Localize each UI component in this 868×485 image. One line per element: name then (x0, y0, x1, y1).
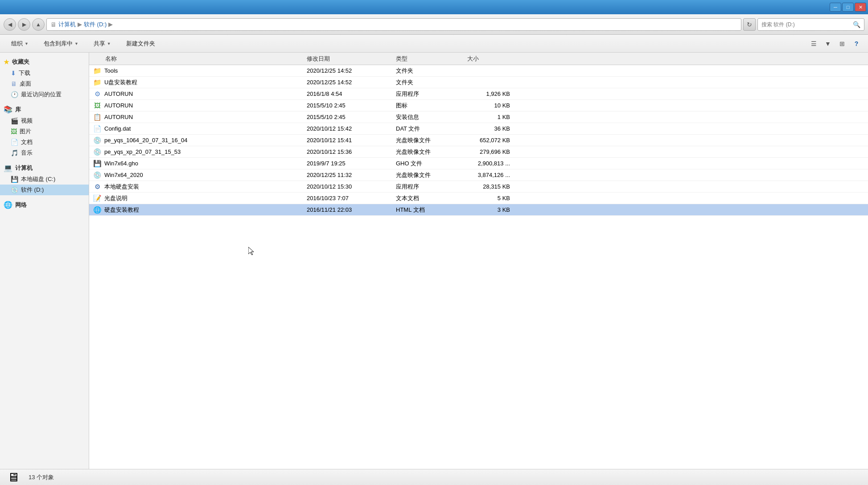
file-size-cell: 3 KB (464, 206, 517, 213)
file-area: 名称 修改日期 类型 大小 📁 Tools 2020/12/25 14:52 文… (89, 53, 868, 469)
file-date-cell: 2020/12/25 14:52 (303, 79, 392, 86)
file-icon: 📋 (93, 113, 102, 122)
col-size-header[interactable]: 大小 (464, 55, 517, 63)
sidebar-item-download[interactable]: ⬇ 下载 (0, 68, 89, 78)
sidebar-item-drive-d[interactable]: 💿 软件 (D:) (0, 185, 89, 195)
file-name: Win7x64.gho (104, 160, 138, 167)
col-size-label: 大小 (467, 55, 479, 62)
file-type-cell: 光盘映像文件 (392, 136, 464, 144)
breadcrumb-drive[interactable]: 软件 (D:) (84, 21, 107, 29)
up-button[interactable]: ▲ (32, 18, 45, 31)
music-icon: 🎵 (11, 149, 18, 156)
toolbar-right: ☰ ▼ ⊞ ? (807, 37, 863, 50)
table-row[interactable]: 🖼 AUTORUN 2015/5/10 2:45 图标 10 KB (89, 100, 868, 111)
computer-header[interactable]: 💻 计算机 (0, 162, 89, 174)
main-area: ★ 收藏夹 ⬇ 下载 🖥 桌面 🕐 最近访问的位置 📚 库 🎬 (0, 53, 868, 469)
table-row[interactable]: 💿 pe_yqs_xp_20_07_31_15_53 2020/10/12 15… (89, 146, 868, 158)
file-date-cell: 2019/9/7 19:25 (303, 160, 392, 167)
table-row[interactable]: ⚙ 本地硬盘安装 2020/10/12 15:30 应用程序 28,315 KB (89, 181, 868, 193)
col-name-header[interactable]: 名称 (89, 55, 303, 63)
sidebar-item-drive-c[interactable]: 💾 本地磁盘 (C:) (0, 174, 89, 185)
col-date-header[interactable]: 修改日期 (303, 55, 392, 63)
table-row[interactable]: 📝 光盘说明 2016/10/23 7:07 文本文档 5 KB (89, 193, 868, 204)
layout-button[interactable]: ⊞ (836, 37, 848, 50)
sidebar-item-doc[interactable]: 📄 文档 (0, 137, 89, 148)
help-icon: ? (855, 40, 859, 47)
file-type-cell: GHO 文件 (392, 160, 464, 168)
file-type-cell: 光盘映像文件 (392, 171, 464, 179)
desktop-label: 桌面 (20, 80, 31, 88)
sidebar-item-image[interactable]: 🖼 图片 (0, 126, 89, 137)
desktop-icon: 🖥 (11, 80, 17, 87)
file-name-cell: 📄 Config.dat (89, 124, 303, 133)
favorites-header[interactable]: ★ 收藏夹 (0, 56, 89, 68)
sidebar-item-video[interactable]: 🎬 视频 (0, 115, 89, 126)
file-date-cell: 2020/12/25 11:32 (303, 172, 392, 178)
table-row[interactable]: 🌐 硬盘安装教程 2016/11/21 22:03 HTML 文档 3 KB (89, 204, 868, 216)
table-row[interactable]: 💾 Win7x64.gho 2019/9/7 19:25 GHO 文件 2,90… (89, 158, 868, 169)
file-name-cell: 🌐 硬盘安装教程 (89, 206, 303, 214)
network-header[interactable]: 🌐 网络 (0, 199, 89, 211)
new-folder-button[interactable]: 新建文件夹 (120, 37, 161, 50)
column-header: 名称 修改日期 类型 大小 (89, 53, 868, 65)
refresh-button[interactable]: ↻ (743, 18, 756, 31)
sidebar-item-recent[interactable]: 🕐 最近访问的位置 (0, 89, 89, 100)
maximize-button[interactable]: □ (842, 3, 854, 12)
download-icon: ⬇ (11, 70, 16, 77)
file-date-cell: 2016/1/8 4:54 (303, 90, 392, 97)
file-type-cell: 图标 (392, 102, 464, 110)
status-count: 13 个对象 (29, 473, 54, 481)
sidebar-item-music[interactable]: 🎵 音乐 (0, 148, 89, 158)
file-size-cell: 3,874,126 ... (464, 172, 517, 178)
breadcrumb-computer[interactable]: 计算机 (58, 21, 76, 29)
file-type-cell: 文件夹 (392, 67, 464, 75)
back-button[interactable]: ◀ (4, 18, 16, 31)
favorites-label: 收藏夹 (12, 58, 29, 66)
table-row[interactable]: 💿 Win7x64_2020 2020/12/25 11:32 光盘映像文件 3… (89, 169, 868, 181)
sidebar-item-desktop[interactable]: 🖥 桌面 (0, 78, 89, 89)
library-section: 📚 库 🎬 视频 🖼 图片 📄 文档 🎵 音乐 (0, 103, 89, 158)
organize-button[interactable]: 组织 ▼ (5, 37, 34, 50)
file-name-cell: 📝 光盘说明 (89, 194, 303, 203)
search-bar[interactable]: 🔍 (757, 18, 864, 31)
file-name-cell: 💾 Win7x64.gho (89, 159, 303, 168)
network-label: 网络 (15, 201, 27, 209)
favorites-section: ★ 收藏夹 ⬇ 下载 🖥 桌面 🕐 最近访问的位置 (0, 56, 89, 100)
toolbar: 组织 ▼ 包含到库中 ▼ 共享 ▼ 新建文件夹 ☰ ▼ ⊞ ? (0, 35, 868, 53)
file-date-cell: 2016/11/21 22:03 (303, 206, 392, 213)
table-row[interactable]: ⚙ AUTORUN 2016/1/8 4:54 应用程序 1,926 KB (89, 88, 868, 100)
doc-label: 文档 (21, 138, 33, 146)
file-icon: 📄 (93, 124, 102, 133)
table-row[interactable]: 💿 pe_yqs_1064_20_07_31_16_04 2020/10/12 … (89, 135, 868, 146)
col-type-header[interactable]: 类型 (392, 55, 464, 63)
breadcrumb[interactable]: 🖥 计算机 ▶ 软件 (D:) ▶ (46, 18, 741, 31)
close-button[interactable]: ✕ (855, 3, 866, 12)
table-row[interactable]: 📁 U盘安装教程 2020/12/25 14:52 文件夹 (89, 77, 868, 88)
file-icon: 📁 (93, 78, 102, 87)
table-row[interactable]: 📋 AUTORUN 2015/5/10 2:45 安装信息 1 KB (89, 111, 868, 123)
file-type-cell: 光盘映像文件 (392, 148, 464, 156)
library-header[interactable]: 📚 库 (0, 103, 89, 115)
search-input[interactable] (761, 21, 851, 28)
minimize-button[interactable]: ─ (830, 3, 841, 12)
file-name: 硬盘安装教程 (104, 206, 139, 214)
share-button[interactable]: 共享 ▼ (88, 37, 117, 50)
help-button[interactable]: ? (850, 37, 863, 50)
view-arrow-button[interactable]: ▼ (822, 37, 834, 50)
file-name: 光盘说明 (104, 194, 128, 202)
address-bar: ◀ ▶ ▲ 🖥 计算机 ▶ 软件 (D:) ▶ ↻ 🔍 (0, 14, 868, 35)
search-icon: 🔍 (853, 21, 860, 28)
table-row[interactable]: 📄 Config.dat 2020/10/12 15:42 DAT 文件 36 … (89, 123, 868, 135)
title-bar: ─ □ ✕ (0, 0, 868, 14)
file-name: Win7x64_2020 (104, 172, 143, 178)
include-library-button[interactable]: 包含到库中 ▼ (38, 37, 84, 50)
forward-button[interactable]: ▶ (18, 18, 30, 31)
file-size-cell: 5 KB (464, 195, 517, 201)
file-type-cell: 文件夹 (392, 78, 464, 86)
file-size-cell: 28,315 KB (464, 183, 517, 190)
view-toggle-button[interactable]: ☰ (807, 37, 820, 50)
organize-arrow: ▼ (25, 41, 29, 46)
file-size-cell: 1 KB (464, 114, 517, 120)
image-label: 图片 (20, 127, 31, 136)
table-row[interactable]: 📁 Tools 2020/12/25 14:52 文件夹 (89, 65, 868, 77)
